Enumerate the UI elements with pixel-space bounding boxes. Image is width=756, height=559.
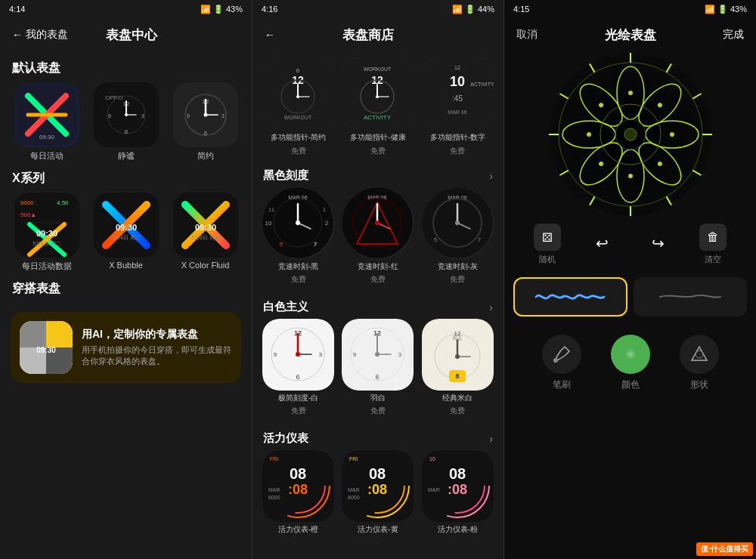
tool-random[interactable]: ⚄ 随机 xyxy=(534,224,561,265)
preview-item-2[interactable]: 12 10 ACTIVITY :45 MAR 06 多功能指针-数字 免费 xyxy=(421,57,494,156)
svg-point-54 xyxy=(296,95,299,98)
svg-text:10: 10 xyxy=(429,456,435,462)
vitality-section-row: FRI 08 :08 MAR 8000 活力仪表-橙 FRI 08 :08 xyxy=(253,450,503,544)
back-arrow-2: ← xyxy=(265,29,275,41)
svg-text:8: 8 xyxy=(455,372,459,380)
svg-point-175 xyxy=(628,174,633,178)
svg-text:09:30: 09:30 xyxy=(36,229,57,238)
top-preview-grid: 6 12 WORKOUT 多功能指针-简约 免费 WORKOUT 12 xyxy=(253,51,503,162)
watch-item-quiet[interactable]: OPPO 12 3 6 9 静谧 xyxy=(90,82,162,162)
svg-text:3: 3 xyxy=(141,113,144,119)
svg-text:6: 6 xyxy=(296,67,300,74)
cancel-button[interactable]: 取消 xyxy=(516,28,538,42)
bottom-brush-tool[interactable]: 笔刷 xyxy=(542,335,581,391)
status-icons-3: 📶 🔋 43% xyxy=(705,5,747,14)
watch-label-color-fluid: X Color Fluid xyxy=(181,261,230,270)
shop-item-dark-2[interactable]: MAR 06 5 7 竞速时刻-灰 免费 xyxy=(421,187,494,285)
brush-option-2[interactable] xyxy=(634,277,748,317)
done-button[interactable]: 完成 xyxy=(723,28,744,42)
svg-rect-44 xyxy=(20,321,46,347)
svg-text:09:30: 09:30 xyxy=(39,134,54,141)
back-button-1[interactable]: ← 我的表盘 xyxy=(12,28,68,42)
svg-text:08: 08 xyxy=(369,465,386,482)
time-display-3: 4:15 xyxy=(513,5,529,14)
shop-name-white-1: 羽白 xyxy=(370,393,386,403)
shop-face-white-1: 12 3 6 9 xyxy=(342,319,414,391)
watch-item-bubble[interactable]: 09:30 5月4日 周二 X Bubble xyxy=(90,193,162,272)
redo-icon: ↪ xyxy=(644,230,671,257)
panel-watch-shop: 4:16 📶 🔋 44% ← 表盘商店 6 12 WORKOUT xyxy=(252,0,504,559)
shop-face-dark-1: MAR 06 xyxy=(342,187,414,259)
shop-item-white-1[interactable]: 12 3 6 9 羽白 免费 xyxy=(341,319,414,416)
shop-free-dark-2: 免费 xyxy=(450,274,465,285)
svg-text:12: 12 xyxy=(454,330,460,337)
watch-item-activity-data[interactable]: 8000 500▲ 4.50 09:30 5月4日 周二 每日活动数据 xyxy=(11,193,82,272)
watch-item-daily[interactable]: 09:30 每日活动 xyxy=(11,82,82,162)
svg-text:ACTIVITY: ACTIVITY xyxy=(470,82,494,87)
shop-item-vitality-2[interactable]: 10 08 :08 MAR 活力仪表-粉 xyxy=(421,450,494,535)
shop-name-vitality-2: 活力仪表-粉 xyxy=(438,524,478,535)
watch-face-activity: 8000 500▲ 4.50 09:30 5月4日 周二 xyxy=(14,193,79,258)
shop-item-dark-0[interactable]: MAR 06 11 1 10 2 5 7 竞速时刻-黑 免费 xyxy=(262,187,335,285)
section-x: X系列 xyxy=(0,162,252,193)
shop-name-white-0: 极简刻度-白 xyxy=(278,393,318,403)
status-bar-3: 4:15 📶 🔋 43% xyxy=(504,0,756,18)
shop-item-white-0[interactable]: 12 3 6 9 极简刻度-白 免费 xyxy=(262,319,335,416)
brush-option-1[interactable] xyxy=(513,277,627,317)
shop-item-dark-1[interactable]: MAR 06 竞速时刻-红 免费 xyxy=(341,187,414,285)
svg-point-79 xyxy=(296,221,300,225)
shape-icon xyxy=(680,335,719,374)
preview-free-2: 免费 xyxy=(450,146,465,156)
outfit-text: 用AI，定制你的专属表盘 用手机拍摄你的今日穿搭，即可生成最符合你穿衣风格的表盘… xyxy=(82,328,232,368)
bottom-tools: 笔刷 颜色 形状 xyxy=(504,323,756,400)
tool-undo[interactable]: ↩ xyxy=(589,230,616,260)
tool-redo[interactable]: ↪ xyxy=(644,230,671,260)
section-vitality-header: 活力仪表 › xyxy=(253,425,503,450)
watch-item-color-fluid[interactable]: 09:30 5月6日 周五 X Color Fluid xyxy=(169,193,241,272)
shop-item-vitality-1[interactable]: FRI 08 :08 MAR 8000 活力仪表-黄 xyxy=(341,450,414,535)
svg-text:1: 1 xyxy=(323,207,326,212)
shop-free-dark-0: 免费 xyxy=(291,274,306,285)
shop-name-dark-1: 竞速时刻-红 xyxy=(358,261,398,272)
section-white-arrow[interactable]: › xyxy=(489,301,493,313)
preview-item-1[interactable]: WORKOUT 12 ACTIVITY 多功能指针-健康 免费 xyxy=(341,57,414,156)
page-title-1: 表盘中心 xyxy=(106,26,157,44)
svg-text:8000: 8000 xyxy=(20,199,34,206)
outfit-section[interactable]: 09:30 用AI，定制你的专属表盘 用手机拍摄你的今日穿搭，即可生成最符合你穿… xyxy=(11,312,241,383)
svg-text:08: 08 xyxy=(290,465,306,482)
svg-text:3: 3 xyxy=(222,113,225,119)
svg-text:7: 7 xyxy=(478,236,482,243)
preview-item-0[interactable]: 6 12 WORKOUT 多功能指针-简约 免费 xyxy=(262,57,335,156)
watermark: 值·什么值得买 xyxy=(696,542,753,556)
trash-icon: 🗑 xyxy=(699,224,727,251)
shop-face-dark-0: MAR 06 11 1 10 2 5 7 xyxy=(262,187,334,259)
white-section-row: 12 3 6 9 极简刻度-白 免费 12 3 6 xyxy=(253,319,503,425)
brush-label: 笔刷 xyxy=(553,378,571,391)
shop-free-dark-1: 免费 xyxy=(370,274,386,285)
time-display-2: 4:16 xyxy=(262,5,277,14)
status-icons-1: 📶 🔋 43% xyxy=(200,5,243,14)
back-button-2[interactable]: ← xyxy=(265,29,275,41)
shop-item-vitality-0[interactable]: FRI 08 :08 MAR 8000 活力仪表-橙 xyxy=(262,450,335,535)
shop-item-white-2[interactable]: 周五 12 8 经典米白 免费 xyxy=(421,319,494,416)
outfit-title: 用AI，定制你的专属表盘 xyxy=(82,328,232,341)
tool-clear[interactable]: 🗑 清空 xyxy=(699,224,727,265)
random-label: 随机 xyxy=(539,254,556,265)
svg-point-173 xyxy=(670,132,674,137)
preview-label-1: 多功能指针-健康 xyxy=(350,132,405,143)
shop-face-vitality-1: FRI 08 :08 MAR 8000 xyxy=(342,450,414,522)
section-vitality-arrow[interactable]: › xyxy=(489,433,493,445)
watch-item-simple[interactable]: 12 3 6 9 简约 xyxy=(169,82,241,162)
section-dark-arrow[interactable]: › xyxy=(489,170,493,182)
preview-face-2: 12 10 ACTIVITY :45 MAR 06 xyxy=(422,57,494,129)
undo-icon: ↩ xyxy=(589,230,616,257)
status-bar-1: 4:14 📶 🔋 43% xyxy=(0,0,252,18)
bottom-color-tool[interactable]: 颜色 xyxy=(611,335,650,391)
shop-face-white-0: 12 3 6 9 xyxy=(262,319,334,391)
svg-text:5月6日 周五: 5月6日 周五 xyxy=(191,235,220,240)
section-dark-title: 黑色刻度 xyxy=(263,168,308,183)
watch-label-activity-data: 每日活动数据 xyxy=(22,261,72,272)
svg-text:09:30: 09:30 xyxy=(36,346,56,354)
shop-name-dark-2: 竞速时刻-灰 xyxy=(438,261,478,272)
bottom-shape-tool[interactable]: 形状 xyxy=(680,335,719,391)
